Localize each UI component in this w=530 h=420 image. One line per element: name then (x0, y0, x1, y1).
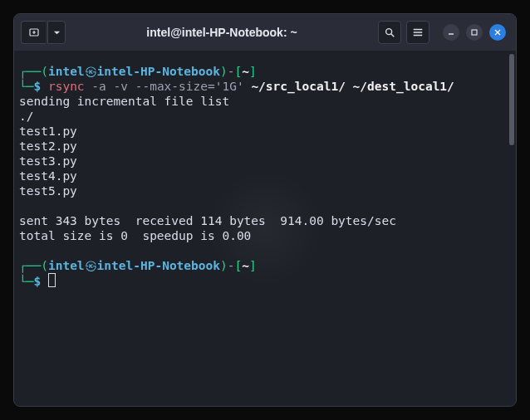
prompt-dollar: $ (33, 80, 41, 93)
maximize-icon (470, 28, 478, 37)
output-line: test5.py (19, 184, 77, 198)
prompt-decor: └─ (19, 275, 33, 288)
prompt-decor: ┌── (19, 65, 41, 78)
new-tab-button[interactable] (21, 21, 46, 44)
command-name: rsync (48, 80, 85, 93)
terminal-body[interactable]: ┌──(intel㉿intel-HP-Notebook)-[~] └─$ rsy… (14, 51, 516, 406)
scrollbar-thumb[interactable] (509, 54, 514, 145)
minimize-icon (447, 28, 455, 37)
search-button[interactable] (378, 21, 401, 44)
output-line: sending incremental file list (19, 95, 229, 108)
kali-logo-watermark (207, 170, 323, 286)
window-title: intel@intel-HP-Notebook: ~ (66, 26, 378, 39)
new-tab-icon (28, 27, 40, 38)
skull-icon: ㉿ (85, 259, 97, 272)
prompt-decor: └─ (19, 80, 33, 93)
new-tab-dropdown[interactable] (47, 21, 66, 44)
output-line: test4.py (19, 169, 77, 183)
prompt-host: intel-HP-Notebook (97, 65, 220, 78)
chevron-down-icon (53, 29, 61, 37)
search-icon (384, 27, 395, 38)
cursor (48, 273, 56, 287)
maximize-button[interactable] (466, 24, 483, 41)
skull-icon: ㉿ (85, 65, 97, 78)
menu-button[interactable] (406, 21, 429, 44)
titlebar: intel@intel-HP-Notebook: ~ (14, 14, 516, 51)
scrollbar[interactable] (508, 51, 516, 406)
close-button[interactable] (489, 24, 506, 41)
hamburger-icon (412, 27, 424, 38)
minimize-button[interactable] (443, 24, 459, 41)
prompt-dollar: $ (33, 275, 41, 288)
output-line: test3.py (19, 154, 77, 168)
prompt-user: intel (48, 65, 85, 78)
command-flags: -a -v --max-size='1G' (85, 80, 252, 93)
terminal-window: intel@intel-HP-Notebook: ~ (13, 13, 517, 407)
output-line: ./ (19, 110, 33, 123)
svg-rect-2 (472, 30, 477, 35)
close-icon (493, 28, 502, 37)
output-line: test2.py (19, 139, 77, 153)
prompt-user: intel (48, 259, 85, 272)
output-line: test1.py (19, 125, 77, 138)
svg-point-1 (386, 29, 392, 35)
command-args: ~/src_local1/ ~/dest_local1/ (251, 80, 454, 93)
prompt-cwd: ~ (242, 65, 249, 78)
prompt-host: intel-HP-Notebook (97, 259, 220, 272)
prompt-decor: ┌── (19, 259, 41, 272)
